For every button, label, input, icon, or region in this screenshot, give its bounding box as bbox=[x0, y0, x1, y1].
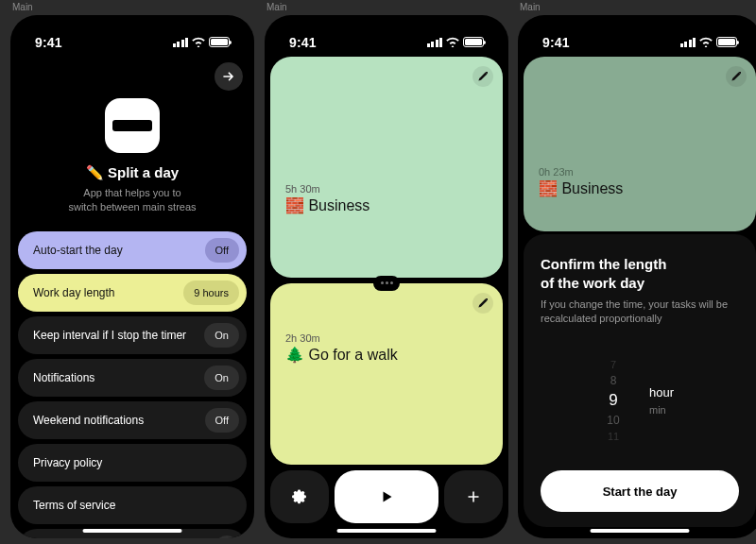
wifi-icon bbox=[192, 37, 205, 47]
task-title: 🧱 Business bbox=[539, 179, 741, 197]
pane-label: Main bbox=[265, 0, 508, 15]
edit-button[interactable] bbox=[472, 293, 493, 314]
setting-weekend-notifications[interactable]: Weekend notifications Off bbox=[18, 401, 247, 439]
edit-button[interactable] bbox=[472, 66, 493, 87]
battery-icon bbox=[209, 37, 230, 47]
app-icon bbox=[105, 98, 160, 153]
reset-icon bbox=[215, 536, 239, 538]
pencil-icon bbox=[478, 298, 488, 308]
setting-value[interactable]: On bbox=[204, 323, 239, 348]
pencil-icon bbox=[478, 72, 488, 81]
app-subtitle: App that helps you to switch between mai… bbox=[10, 186, 254, 214]
arrow-right-icon bbox=[223, 71, 234, 82]
status-bar: 9:41 bbox=[265, 15, 508, 55]
setting-privacy-policy[interactable]: Privacy policy bbox=[18, 444, 247, 482]
picker-option: 8 bbox=[610, 374, 617, 387]
bottom-bar bbox=[270, 470, 503, 523]
play-button[interactable] bbox=[335, 470, 438, 523]
unit-min-label: min bbox=[649, 404, 666, 416]
sheet-body: If you change the time, your tasks will … bbox=[541, 298, 739, 326]
status-time: 9:41 bbox=[35, 35, 62, 50]
task-title: 🌲 Go for a walk bbox=[285, 346, 488, 364]
home-indicator[interactable] bbox=[337, 529, 437, 533]
next-button[interactable] bbox=[215, 62, 243, 91]
task-duration: 2h 30m bbox=[285, 332, 488, 344]
unit-hour-label: hour bbox=[649, 385, 674, 400]
task-title: 🧱 Business bbox=[285, 196, 488, 214]
setting-auto-start[interactable]: Auto-start the day Off bbox=[18, 231, 247, 269]
phone-frame: 9:41 ✏️ Split a day App that helps you t… bbox=[10, 15, 254, 538]
grip-icon bbox=[381, 281, 393, 284]
start-day-button[interactable]: Start the day bbox=[541, 470, 739, 512]
setting-notifications[interactable]: Notifications On bbox=[18, 359, 247, 397]
time-picker[interactable]: 7 8 9 10 11 hour min bbox=[541, 332, 739, 470]
edit-button[interactable] bbox=[726, 66, 747, 87]
status-time: 9:41 bbox=[289, 35, 317, 50]
setting-label: Weekend notifications bbox=[33, 414, 205, 427]
task-duration: 0h 23m bbox=[539, 166, 741, 178]
picker-selected: 9 bbox=[609, 391, 617, 410]
setting-label: Terms of service bbox=[33, 499, 239, 512]
phone-frame: 9:41 5h 30m 🧱 Business bbox=[265, 15, 508, 538]
drag-handle[interactable] bbox=[373, 276, 400, 291]
phone-frame: 9:41 0h 23m 🧱 Business Confirm the lengt… bbox=[518, 15, 756, 538]
picker-option: 10 bbox=[607, 414, 619, 427]
settings-button[interactable] bbox=[270, 470, 329, 523]
picker-units: hour min bbox=[640, 385, 693, 416]
settings-list: Auto-start the day Off Work day length 9… bbox=[10, 231, 254, 538]
setting-label: Work day length bbox=[33, 286, 183, 299]
confirm-sheet: Confirm the length of the work day If yo… bbox=[524, 234, 756, 527]
battery-icon bbox=[463, 37, 484, 47]
cellular-icon bbox=[173, 38, 189, 47]
status-bar: 9:41 bbox=[10, 15, 254, 55]
pane-label: Main bbox=[518, 0, 756, 15]
add-button[interactable] bbox=[444, 470, 503, 523]
wifi-icon bbox=[446, 37, 459, 47]
setting-keep-interval[interactable]: Keep interval if I stop the timer On bbox=[18, 316, 247, 354]
sheet-heading: Confirm the length of the work day bbox=[541, 255, 739, 292]
picker-option: 11 bbox=[608, 431, 619, 442]
cellular-icon bbox=[427, 38, 443, 47]
cellular-icon bbox=[680, 38, 696, 47]
status-indicators bbox=[173, 37, 231, 47]
task-card-business[interactable]: 5h 30m 🧱 Business bbox=[270, 57, 503, 278]
picker-wheel-hours[interactable]: 7 8 9 10 11 bbox=[587, 359, 640, 442]
setting-value[interactable]: Off bbox=[205, 408, 239, 433]
play-icon bbox=[380, 490, 393, 503]
status-indicators bbox=[680, 37, 738, 47]
battery-icon bbox=[716, 37, 737, 47]
home-indicator[interactable] bbox=[83, 529, 182, 533]
task-card-walk[interactable]: 2h 30m 🌲 Go for a walk bbox=[270, 283, 503, 465]
setting-label: Notifications bbox=[33, 371, 204, 384]
setting-terms-of-service[interactable]: Terms of service bbox=[18, 486, 247, 524]
setting-label: Privacy policy bbox=[33, 456, 239, 469]
pencil-icon bbox=[731, 72, 741, 81]
setting-label: Auto-start the day bbox=[33, 244, 205, 257]
setting-value[interactable]: On bbox=[204, 366, 239, 390]
picker-option: 7 bbox=[610, 359, 616, 370]
status-bar: 9:41 bbox=[518, 15, 756, 55]
gear-icon bbox=[292, 489, 307, 504]
setting-value[interactable]: Off bbox=[205, 238, 239, 263]
status-indicators bbox=[427, 37, 485, 47]
pane-label: Main bbox=[10, 0, 254, 15]
setting-work-day-length[interactable]: Work day length 9 hours bbox=[18, 274, 247, 312]
plus-icon bbox=[467, 490, 480, 503]
wifi-icon bbox=[699, 37, 713, 47]
setting-label: Keep interval if I stop the timer bbox=[33, 329, 204, 342]
app-title: ✏️ Split a day bbox=[10, 164, 254, 181]
home-indicator[interactable] bbox=[591, 529, 690, 533]
task-card-business-dimmed: 0h 23m 🧱 Business bbox=[524, 57, 756, 231]
setting-value[interactable]: 9 hours bbox=[183, 280, 239, 305]
status-time: 9:41 bbox=[542, 35, 570, 50]
task-duration: 5h 30m bbox=[285, 183, 488, 195]
